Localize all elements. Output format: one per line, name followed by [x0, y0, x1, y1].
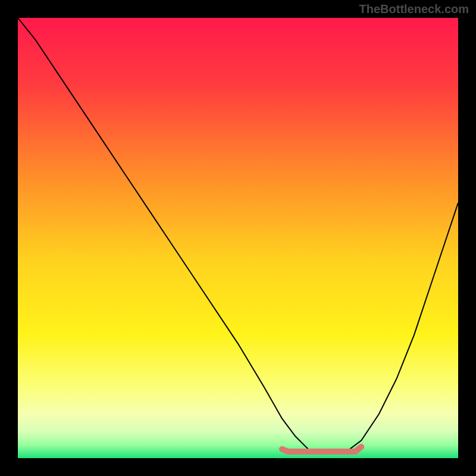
watermark-text: TheBottleneck.com [359, 2, 469, 16]
chart-svg [18, 18, 458, 458]
plot-area [18, 18, 458, 458]
gradient-background [18, 18, 458, 458]
